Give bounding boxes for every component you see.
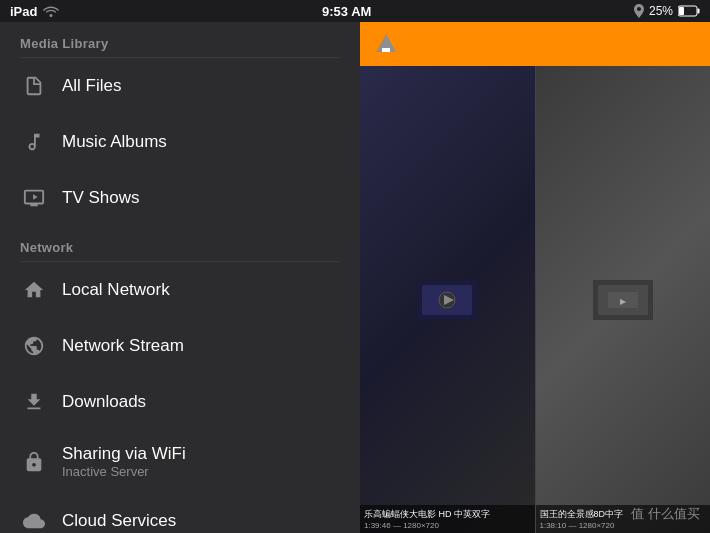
music-albums-label: Music Albums [62, 132, 167, 152]
thumb-image-1 [417, 280, 477, 320]
svg-rect-6 [382, 48, 390, 52]
sharing-wifi-subtitle: Inactive Server [62, 464, 186, 479]
vlc-header [360, 22, 710, 66]
video-bg-2: ▶ [536, 66, 711, 533]
watermark: 值 什么值买 [631, 505, 700, 523]
tv-icon [20, 184, 48, 212]
all-files-label: All Files [62, 76, 122, 96]
sidebar-item-cloud-services[interactable]: Cloud Services [0, 493, 360, 533]
sidebar-item-local-network[interactable]: Local Network [0, 262, 360, 318]
right-panel: 乐高蝙蝠侠大电影 HD 中英双字 1:39:46 — 1280×720 ▶ 国王… [360, 22, 710, 533]
main-layout: Media Library All Files Music Albums [0, 22, 710, 533]
location-icon [634, 4, 644, 18]
file-icon [20, 72, 48, 100]
video-meta-1: 1:39:46 — 1280×720 [364, 521, 531, 530]
video-thumb-2[interactable]: ▶ 国王的全景感8D中字 1:38:10 — 1280×720 [536, 66, 711, 533]
music-icon [20, 128, 48, 156]
globe-icon [20, 332, 48, 360]
battery-icon [678, 5, 700, 17]
status-time: 9:53 AM [322, 4, 371, 19]
sidebar-item-network-stream[interactable]: Network Stream [0, 318, 360, 374]
sharing-wifi-label: Sharing via WiFi [62, 444, 186, 464]
device-name: iPad [10, 4, 37, 19]
wifi-icon [43, 5, 59, 17]
section-header-network: Network [0, 226, 360, 261]
video-grid: 乐高蝙蝠侠大电影 HD 中英双字 1:39:46 — 1280×720 ▶ 国王… [360, 66, 710, 533]
sidebar: Media Library All Files Music Albums [0, 22, 360, 533]
network-stream-label: Network Stream [62, 336, 184, 356]
status-left: iPad [10, 4, 59, 19]
sidebar-item-all-files[interactable]: All Files [0, 58, 360, 114]
svg-rect-2 [679, 7, 684, 15]
downloads-label: Downloads [62, 392, 146, 412]
sidebar-item-music-albums[interactable]: Music Albums [0, 114, 360, 170]
tv-shows-label: TV Shows [62, 188, 139, 208]
thumb-image-2: ▶ [593, 280, 653, 320]
video-thumb-1[interactable]: 乐高蝙蝠侠大电影 HD 中英双字 1:39:46 — 1280×720 [360, 66, 536, 533]
vlc-logo [374, 32, 398, 56]
section-header-media-library: Media Library [0, 22, 360, 57]
sidebar-item-tv-shows[interactable]: TV Shows [0, 170, 360, 226]
sidebar-item-sharing-wifi[interactable]: Sharing via WiFi Inactive Server [0, 430, 360, 493]
lock-icon [20, 448, 48, 476]
cloud-services-label: Cloud Services [62, 511, 176, 531]
video-bg-1 [360, 66, 535, 533]
download-icon [20, 388, 48, 416]
battery-percent: 25% [649, 4, 673, 18]
watermark-text: 值 什么值买 [631, 505, 700, 523]
video-title-1: 乐高蝙蝠侠大电影 HD 中英双字 [364, 508, 531, 521]
sidebar-item-downloads[interactable]: Downloads [0, 374, 360, 430]
cloud-icon [20, 507, 48, 533]
sharing-wifi-text-group: Sharing via WiFi Inactive Server [62, 444, 186, 479]
svg-point-0 [50, 14, 53, 17]
status-right: 25% [634, 4, 700, 18]
svg-rect-3 [698, 9, 700, 14]
svg-text:▶: ▶ [620, 297, 627, 306]
house-icon [20, 276, 48, 304]
status-bar: iPad 9:53 AM 25% [0, 0, 710, 22]
video-overlay-1: 乐高蝙蝠侠大电影 HD 中英双字 1:39:46 — 1280×720 [360, 505, 535, 533]
local-network-label: Local Network [62, 280, 170, 300]
